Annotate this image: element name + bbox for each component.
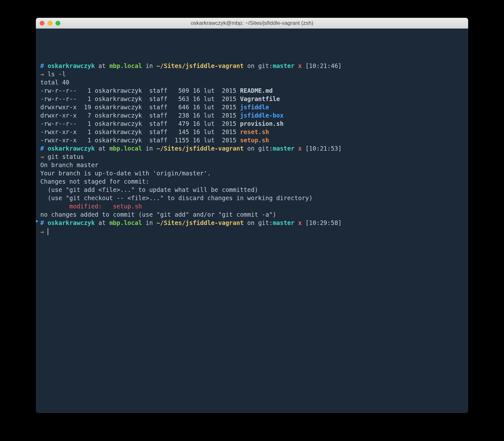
prompt-branch: master	[273, 145, 295, 152]
prompt-dirty: x	[295, 145, 305, 152]
prompt-in: in	[142, 145, 156, 152]
ls-perm: -rw-r--r-- 1 oskarkrawczyk staff 563 16 …	[40, 95, 240, 102]
ls-perm: drwxrwxr-x 19 oskarkrawczyk staff 646 16…	[40, 104, 240, 111]
prompt-path: ~/Sites/jsfiddle-vagrant	[156, 62, 244, 69]
ls-perm: -rw-r--r-- 1 oskarkrawczyk staff 479 16 …	[40, 120, 240, 127]
ls-filename: README.md	[240, 87, 273, 94]
prompt-arrow-icon: →	[40, 228, 48, 235]
prompt-in: in	[142, 62, 156, 69]
prompt-line: # oskarkrawczyk at mbp.local in ~/Sites/…	[40, 62, 464, 70]
close-icon[interactable]	[40, 21, 44, 25]
prompt-host: mbp.local	[109, 145, 142, 152]
prompt-git-prefix: git:	[258, 145, 273, 152]
prompt-branch: master	[273, 62, 295, 69]
prompt-git-prefix: git:	[258, 219, 273, 226]
ls-perm: -rwxr-xr-x 1 oskarkrawczyk staff 1155 16…	[40, 137, 240, 144]
line-marker-icon: ▶	[36, 217, 38, 225]
ls-filename: setup.sh	[240, 137, 269, 144]
prompt-line: # oskarkrawczyk at mbp.local in ~/Sites/…	[40, 144, 464, 153]
git-no-changes: no changes added to commit (use "git add…	[40, 210, 464, 219]
ls-row: -rwxr-xr-x 1 oskarkrawczyk staff 145 16 …	[40, 128, 464, 136]
prompt-at: at	[95, 62, 109, 69]
git-changes-line: Changes not staged for commit:	[40, 177, 464, 186]
ls-perm: -rwxr-xr-x 1 oskarkrawczyk staff 145 16 …	[40, 128, 240, 135]
terminal-body[interactable]: # oskarkrawczyk at mbp.local in ~/Sites/…	[36, 39, 468, 240]
prompt-user: oskarkrawczyk	[48, 145, 95, 152]
window-title: oskarkrawczyk@mbp: ~/Sites/jsfiddle-vagr…	[36, 20, 468, 26]
terminal-window: oskarkrawczyk@mbp: ~/Sites/jsfiddle-vagr…	[36, 18, 468, 413]
prompt-hash: #	[40, 145, 48, 152]
ls-filename: Vagrantfile	[240, 95, 280, 102]
window-controls	[40, 21, 60, 25]
git-hint-checkout: (use "git checkout -- <file>..." to disc…	[40, 194, 464, 202]
prompt-in: in	[142, 219, 156, 226]
git-hint-add: (use "git add <file>..." to update what …	[40, 186, 464, 194]
prompt-time: [10:21:53]	[305, 145, 342, 152]
prompt-time: [10:29:58]	[305, 219, 342, 226]
prompt-host: mbp.local	[109, 62, 142, 69]
prompt-dirty: x	[295, 62, 305, 69]
ls-row: drwxr-xr-x 7 oskarkrawczyk staff 238 16 …	[40, 111, 464, 119]
prompt-dirty: x	[295, 219, 305, 226]
prompt-path: ~/Sites/jsfiddle-vagrant	[156, 145, 244, 152]
prompt-arrow-icon: →	[40, 71, 48, 78]
git-uptodate-line: Your branch is up-to-date with 'origin/m…	[40, 169, 464, 177]
titlebar[interactable]: oskarkrawczyk@mbp: ~/Sites/jsfiddle-vagr…	[36, 18, 468, 29]
prompt-on: on	[244, 62, 258, 69]
ls-total: total 40	[40, 78, 464, 86]
prompt-branch: master	[273, 219, 295, 226]
prompt-at: at	[95, 145, 109, 152]
command-line[interactable]: → ls -l	[40, 70, 464, 78]
prompt-arrow-icon: →	[40, 153, 48, 160]
ls-filename: jsfiddle-box	[240, 112, 283, 119]
command-text: git status	[48, 153, 84, 160]
prompt-git-prefix: git:	[258, 62, 273, 69]
prompt-path: ~/Sites/jsfiddle-vagrant	[156, 219, 244, 226]
prompt-on: on	[244, 145, 258, 152]
ls-filename: provision.sh	[240, 120, 283, 127]
ls-row: -rw-r--r-- 1 oskarkrawczyk staff 509 16 …	[40, 86, 464, 95]
zoom-icon[interactable]	[56, 21, 60, 25]
ls-row: drwxrwxr-x 19 oskarkrawczyk staff 646 16…	[40, 103, 464, 111]
command-line[interactable]: →	[40, 227, 464, 236]
git-modified-line: modified: setup.sh	[40, 202, 464, 210]
prompt-hash: #	[40, 219, 48, 226]
git-branch-line: On branch master	[40, 161, 464, 169]
ls-row: -rwxr-xr-x 1 oskarkrawczyk staff 1155 16…	[40, 136, 464, 144]
command-text: ls -l	[48, 71, 66, 78]
ls-perm: drwxr-xr-x 7 oskarkrawczyk staff 238 16 …	[40, 112, 240, 119]
ls-row: -rw-r--r-- 1 oskarkrawczyk staff 563 16 …	[40, 95, 464, 103]
prompt-hash: #	[40, 62, 48, 69]
ls-perm: -rw-r--r-- 1 oskarkrawczyk staff 509 16 …	[40, 87, 240, 94]
ls-filename: reset.sh	[240, 128, 269, 135]
prompt-on: on	[244, 219, 258, 226]
prompt-at: at	[95, 219, 109, 226]
ls-row: -rw-r--r-- 1 oskarkrawczyk staff 479 16 …	[40, 119, 464, 128]
cursor-icon	[48, 228, 48, 235]
prompt-line: # oskarkrawczyk at mbp.local in ~/Sites/…	[40, 219, 464, 227]
minimize-icon[interactable]	[48, 21, 52, 25]
ls-filename: jsfiddle	[240, 104, 269, 111]
prompt-user: oskarkrawczyk	[48, 219, 95, 226]
prompt-user: oskarkrawczyk	[48, 62, 95, 69]
prompt-time: [10:21:46]	[305, 62, 342, 69]
prompt-host: mbp.local	[109, 219, 142, 226]
command-line[interactable]: → git status	[40, 153, 464, 161]
